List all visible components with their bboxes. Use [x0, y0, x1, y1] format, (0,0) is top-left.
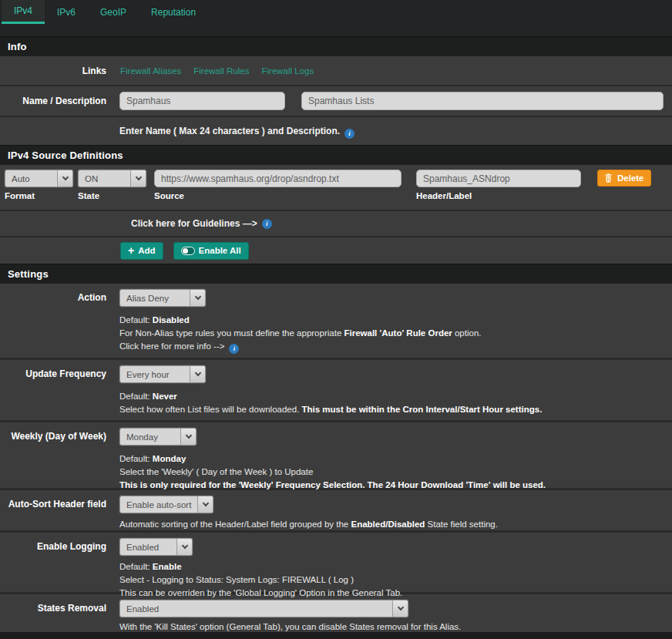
update-frequency-select-value: Every hour — [120, 366, 190, 382]
help-text: Default: Never — [119, 390, 672, 403]
help-text: Default: Disabled — [119, 314, 672, 327]
state-column-label: State — [78, 191, 99, 200]
name-description-row: Name / Description — [0, 86, 672, 116]
weekly-day-select-value: Monday — [120, 429, 180, 445]
chevron-down-icon — [180, 429, 196, 445]
update-frequency-select[interactable]: Every hour — [119, 365, 206, 383]
auto-sort-select[interactable]: Enable auto-sort — [119, 496, 213, 513]
trash-icon — [604, 173, 613, 183]
source-definitions-header: IPv4 Source Definitions — [0, 145, 672, 165]
help-text: For Non-Alias type rules you must define… — [119, 327, 672, 340]
help-text: Select the 'Weekly' ( Day of the Week ) … — [119, 466, 672, 479]
links-row: Links Firewall Aliases Firewall Rules Fi… — [0, 56, 672, 85]
firewall-logs-link[interactable]: Firewall Logs — [261, 66, 314, 76]
states-removal-label: States Removal — [0, 594, 114, 632]
auto-sort-select-value: Enable auto-sort — [120, 496, 197, 513]
auto-sort-label: Auto-Sort Header field — [0, 490, 114, 530]
chevron-down-icon — [130, 170, 146, 187]
states-removal-select-value: Enabled — [120, 600, 392, 617]
update-frequency-row: Update Frequency Every hour Default: Nev… — [0, 360, 672, 420]
pfblockerng-ipv4-page: IPv4 IPv6 GeoIP Reputation Info Links Fi… — [0, 0, 672, 639]
delete-button-label: Delete — [617, 173, 644, 183]
weekly-day-row: Weekly (Day of Week) Monday Default: Mon… — [0, 422, 672, 488]
info-icon[interactable]: i — [262, 219, 272, 229]
name-help-text: Enter Name ( Max 24 characters ) and Des… — [119, 126, 340, 136]
chevron-down-icon — [392, 600, 408, 617]
enable-logging-select-value: Enabled — [120, 539, 176, 555]
info-icon[interactable]: i — [229, 344, 239, 354]
toggle-icon — [181, 247, 195, 255]
enable-logging-row: Enable Logging Enabled Default: Enable S… — [0, 533, 672, 592]
source-column-label: Source — [154, 191, 184, 200]
firewall-rules-link[interactable]: Firewall Rules — [193, 66, 249, 76]
state-select-value: ON — [79, 170, 130, 187]
add-button[interactable]: + Add — [120, 242, 163, 260]
tab-geoip[interactable]: GeoIP — [88, 0, 139, 24]
firewall-aliases-link[interactable]: Firewall Aliases — [120, 66, 181, 76]
action-select-value: Alias Deny — [120, 290, 190, 306]
enable-logging-label: Enable Logging — [0, 533, 114, 592]
guidelines-text: Click here for Guidelines —> — [0, 217, 257, 230]
tab-reputation[interactable]: Reputation — [139, 0, 208, 24]
format-select-value: Auto — [5, 170, 57, 187]
help-text: Default: Enable — [119, 560, 672, 573]
enable-logging-select[interactable]: Enabled — [119, 538, 193, 556]
action-label: Action — [0, 284, 114, 358]
tab-ipv4[interactable]: IPv4 — [2, 0, 45, 24]
tab-ipv6[interactable]: IPv6 — [45, 0, 88, 24]
update-frequency-label: Update Frequency — [0, 360, 114, 420]
source-url-input[interactable] — [154, 170, 402, 187]
info-icon[interactable]: i — [344, 129, 354, 139]
tab-bar: IPv4 IPv6 GeoIP Reputation — [0, 0, 672, 36]
weekly-day-label: Weekly (Day of Week) — [0, 422, 114, 488]
help-text: Click here for more info -->i — [119, 340, 672, 354]
help-text: Default: Monday — [119, 452, 672, 466]
settings-section-header: Settings — [0, 264, 672, 284]
format-column-label: Format — [5, 191, 35, 200]
links-label: Links — [0, 66, 114, 76]
plus-icon: + — [128, 245, 134, 256]
guidelines-row: Click here for Guidelines —>i — [0, 211, 672, 236]
add-row: + Add Enable All — [0, 237, 672, 264]
enable-all-button[interactable]: Enable All — [173, 242, 249, 260]
help-text: With the 'Kill States' option (General T… — [119, 621, 672, 634]
name-input[interactable] — [119, 92, 285, 110]
state-select[interactable]: ON — [78, 170, 146, 187]
chevron-down-icon — [190, 366, 205, 382]
format-select[interactable]: Auto — [5, 170, 73, 187]
delete-button[interactable]: Delete — [597, 170, 651, 187]
name-help-row: Enter Name ( Max 24 characters ) and Des… — [0, 117, 672, 145]
action-row: Action Alias Deny Default: Disabled For … — [0, 284, 672, 358]
add-button-label: Add — [138, 246, 155, 255]
action-select[interactable]: Alias Deny — [119, 289, 206, 307]
chevron-down-icon — [57, 170, 72, 187]
help-text: Select how often List files will be down… — [119, 403, 672, 416]
chevron-down-icon — [176, 539, 192, 555]
help-text: Select - Logging to Status: System Logs:… — [119, 573, 672, 587]
weekly-day-select[interactable]: Monday — [119, 428, 197, 446]
info-section-header: Info — [0, 36, 672, 56]
header-label-input[interactable] — [416, 170, 581, 187]
states-removal-select[interactable]: Enabled — [119, 600, 408, 617]
help-text: Automatic sorting of the Header/Label fi… — [119, 518, 672, 531]
enable-all-button-label: Enable All — [199, 246, 241, 255]
chevron-down-icon — [197, 496, 213, 513]
header-label-column-label: Header/Label — [416, 191, 472, 200]
description-input[interactable] — [301, 92, 664, 110]
name-description-label: Name / Description — [0, 96, 114, 106]
states-removal-row: States Removal Enabled With the 'Kill St… — [0, 594, 672, 632]
source-definition-row: Auto ON Delete Format State Source Heade… — [0, 165, 672, 210]
auto-sort-row: Auto-Sort Header field Enable auto-sort … — [0, 490, 672, 530]
chevron-down-icon — [190, 290, 205, 306]
